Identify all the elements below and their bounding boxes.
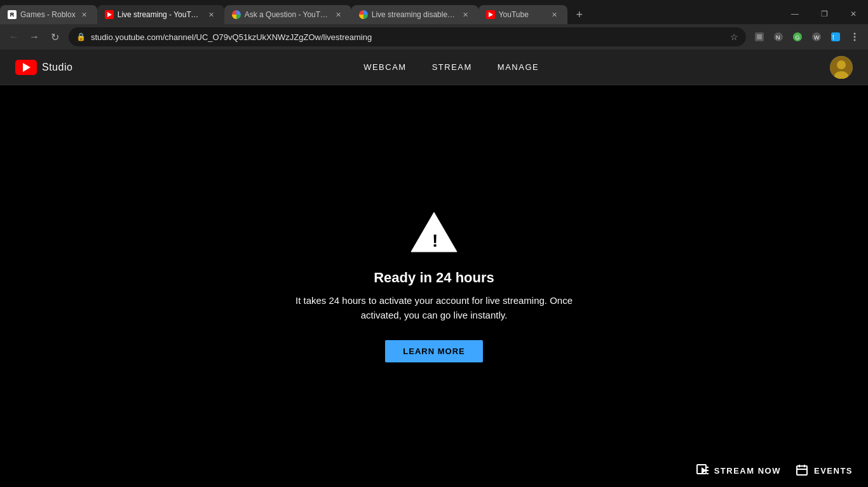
- tab-label-yt-studio: Live streaming - YouTube Stud: [118, 10, 203, 19]
- tab-label-google-ask: Ask a Question - YouTube Con: [245, 10, 330, 19]
- lock-icon: 🔒: [76, 32, 86, 41]
- favicon-google-ask: [232, 10, 241, 19]
- browser-chrome: R Games - Roblox ✕ Live streaming - YouT…: [0, 0, 868, 50]
- events-label: EVENTS: [814, 466, 853, 476]
- favicon-ls-disabled: [359, 10, 368, 19]
- svg-point-11: [854, 36, 856, 38]
- ext-icon-1[interactable]: [751, 29, 768, 45]
- browser-extensions: N G W t: [751, 29, 863, 45]
- ext-icon-4[interactable]: W: [808, 29, 825, 45]
- svg-point-12: [854, 39, 856, 41]
- minimize-button[interactable]: —: [780, 4, 810, 24]
- tab-label-youtube: YouTube: [499, 10, 546, 19]
- events-button[interactable]: EVENTS: [796, 464, 853, 477]
- new-tab-button[interactable]: +: [570, 5, 589, 24]
- reload-button[interactable]: ↻: [46, 28, 64, 46]
- favicon-roblox: R: [8, 10, 17, 19]
- tab-ls-disabled[interactable]: Live streaming disabled, for ho ✕: [351, 5, 478, 24]
- tab-close-roblox[interactable]: ✕: [79, 10, 90, 20]
- tab-close-youtube[interactable]: ✕: [550, 10, 560, 20]
- tab-close-google-ask[interactable]: ✕: [334, 10, 344, 20]
- svg-point-10: [854, 33, 856, 35]
- favicon-yt-studio: [105, 10, 114, 19]
- tab-label-ls-disabled: Live streaming disabled, for ho: [372, 10, 457, 19]
- stream-now-label: STREAM NOW: [714, 466, 781, 476]
- window-controls: — ❐ ✕: [780, 4, 868, 24]
- address-bar: ← → ↻ 🔒 studio.youtube.com/channel/UC_O7…: [0, 24, 868, 50]
- tab-youtube[interactable]: YouTube ✕: [478, 5, 567, 24]
- tab-bar: R Games - Roblox ✕ Live streaming - YouT…: [0, 0, 868, 24]
- stream-now-icon: [696, 464, 709, 477]
- user-avatar[interactable]: [830, 56, 853, 79]
- yt-play-icon: [23, 63, 31, 72]
- nav-manage[interactable]: MANAGE: [498, 60, 539, 74]
- tab-roblox[interactable]: R Games - Roblox ✕: [0, 5, 97, 24]
- svg-text:G: G: [796, 34, 800, 41]
- main-content: ! Ready in 24 hours It takes 24 hours to…: [0, 85, 868, 487]
- ext-icon-2[interactable]: N: [770, 29, 787, 45]
- svg-point-14: [837, 60, 846, 69]
- favicon-youtube: [486, 10, 495, 19]
- events-icon: [796, 464, 809, 477]
- url-text: studio.youtube.com/channel/UC_O79vQ51kzU…: [91, 32, 725, 42]
- maximize-button[interactable]: ❐: [810, 4, 839, 24]
- stream-now-button[interactable]: STREAM NOW: [696, 464, 781, 477]
- ready-description: It takes 24 hours to activate your accou…: [288, 294, 580, 322]
- svg-text:N: N: [776, 34, 780, 41]
- warning-icon: !: [409, 210, 459, 254]
- bookmark-icon[interactable]: ☆: [730, 32, 738, 42]
- kebab-menu-icon[interactable]: [846, 29, 863, 45]
- tab-google-ask[interactable]: Ask a Question - YouTube Con ✕: [224, 5, 351, 24]
- svg-text:t: t: [832, 34, 834, 41]
- back-button[interactable]: ←: [5, 28, 23, 46]
- tab-close-yt-studio[interactable]: ✕: [207, 10, 217, 20]
- tab-yt-studio[interactable]: Live streaming - YouTube Stud ✕: [97, 5, 224, 24]
- nav-webcam[interactable]: WEBCAM: [363, 60, 407, 74]
- nav-stream[interactable]: STREAM: [432, 60, 472, 74]
- tab-close-ls-disabled[interactable]: ✕: [461, 10, 471, 20]
- ext-icon-5[interactable]: t: [827, 29, 844, 45]
- yt-studio-header: Studio WEBCAM STREAM MANAGE: [0, 50, 868, 85]
- yt-studio-logo[interactable]: Studio: [15, 60, 72, 75]
- close-button[interactable]: ✕: [839, 4, 868, 24]
- svg-rect-23: [797, 466, 807, 475]
- ext-icon-3[interactable]: G: [789, 29, 806, 45]
- ready-title: Ready in 24 hours: [374, 270, 494, 286]
- yt-studio-wordmark: Studio: [42, 62, 72, 73]
- svg-text:!: !: [432, 231, 438, 250]
- bottom-bar: STREAM NOW EVENTS: [681, 454, 868, 487]
- yt-nav: WEBCAM STREAM MANAGE: [363, 60, 539, 74]
- svg-text:W: W: [814, 34, 820, 41]
- forward-button[interactable]: →: [25, 28, 43, 46]
- nav-buttons: ← → ↻: [5, 28, 64, 46]
- yt-logo-icon: [15, 60, 37, 75]
- svg-rect-1: [757, 34, 762, 39]
- url-bar[interactable]: 🔒 studio.youtube.com/channel/UC_O79vQ51k…: [69, 27, 746, 46]
- tab-label-roblox: Games - Roblox: [20, 10, 76, 19]
- learn-more-button[interactable]: LEARN MORE: [385, 340, 482, 362]
